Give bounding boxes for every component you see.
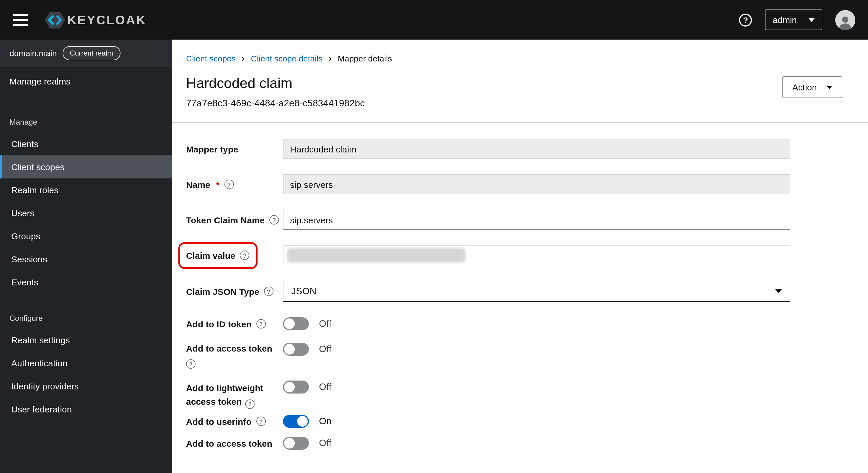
mapper-type-label: Mapper type <box>186 144 238 154</box>
sidebar-item-groups[interactable]: Groups <box>0 225 172 247</box>
breadcrumb-separator-icon <box>242 53 245 63</box>
toggle-state-label: On <box>319 416 332 426</box>
breadcrumb-current: Mapper details <box>338 54 392 63</box>
name-label: Name <box>186 179 210 189</box>
add-to-id-token-toggle[interactable] <box>283 317 309 330</box>
token-claim-name-help-icon[interactable] <box>269 215 279 225</box>
mapper-type-input[interactable] <box>283 139 790 159</box>
add-to-access-token-help-icon[interactable] <box>186 359 195 369</box>
breadcrumb: Client scopes Client scope details Mappe… <box>172 39 868 63</box>
breadcrumb-client-scopes[interactable]: Client scopes <box>186 54 236 63</box>
add-to-id-token-row: Add to ID token Off <box>186 317 854 330</box>
user-menu-label: admin <box>773 15 797 25</box>
sidebar-item-users[interactable]: Users <box>0 202 172 225</box>
keycloak-admin-console: KEYCLOAK admin domain.main Current realm <box>0 0 868 473</box>
claim-json-type-label: Claim JSON Type <box>186 286 259 296</box>
add-to-access-token-bottom-label: Add to access token <box>186 438 272 448</box>
add-to-access-token-bottom-toggle[interactable] <box>283 437 309 450</box>
claim-json-type-select[interactable]: JSON <box>283 281 790 302</box>
realm-selector[interactable]: domain.main Current realm <box>0 39 172 67</box>
sidebar-section-configure: Configure <box>0 294 172 328</box>
top-header-bar: KEYCLOAK admin <box>0 0 868 39</box>
sidebar-item-authentication[interactable]: Authentication <box>0 352 172 375</box>
chevron-down-icon <box>826 85 832 89</box>
action-dropdown-label: Action <box>793 82 817 92</box>
keycloak-logo-icon <box>44 8 66 31</box>
sidebar-item-manage-realms[interactable]: Manage realms <box>0 67 172 95</box>
sidebar-item-identity-providers[interactable]: Identity providers <box>0 375 172 398</box>
realm-name: domain.main <box>9 49 57 58</box>
mapper-type-row: Mapper type <box>186 139 854 159</box>
mapper-id: 77a7e8c3-469c-4484-a2e8-c583441982bc <box>186 98 365 109</box>
claim-json-type-value: JSON <box>291 286 316 296</box>
claim-value-input[interactable] <box>283 245 790 265</box>
add-to-access-token-bottom-row: Add to access token Off <box>186 437 854 450</box>
toggle-state-label: Off <box>319 319 331 329</box>
add-to-access-token-row: Add to access token Off <box>186 339 854 369</box>
add-to-lightweight-access-token-row: Add to lightweight access token Off <box>186 377 854 409</box>
chevron-down-icon <box>775 289 782 293</box>
add-to-lightweight-access-token-toggle[interactable] <box>283 381 309 393</box>
toggle-state-label: Off <box>319 382 331 392</box>
add-to-userinfo-row: Add to userinfo On <box>186 415 854 428</box>
sidebar-item-events[interactable]: Events <box>0 271 172 294</box>
add-to-userinfo-toggle[interactable] <box>283 415 309 428</box>
main-content: Client scopes Client scope details Mappe… <box>172 39 868 473</box>
required-marker: * <box>216 179 220 189</box>
name-input[interactable] <box>283 174 790 195</box>
claim-json-type-row: Claim JSON Type JSON <box>186 281 854 302</box>
token-claim-name-row: Token Claim Name <box>186 210 854 230</box>
token-claim-name-input[interactable] <box>283 210 790 230</box>
current-realm-badge: Current realm <box>63 46 120 60</box>
toggle-state-label: Off <box>319 344 331 355</box>
claim-value-row: Claim value <box>186 245 854 265</box>
add-to-id-token-label: Add to ID token <box>186 319 252 329</box>
add-to-userinfo-label: Add to userinfo <box>186 416 252 426</box>
page-title: Hardcoded claim <box>186 75 365 92</box>
sidebar-nav: domain.main Current realm Manage realms … <box>0 39 172 473</box>
help-icon[interactable] <box>739 13 752 26</box>
claim-value-label: Claim value <box>186 250 236 260</box>
breadcrumb-client-scope-details[interactable]: Client scope details <box>251 54 322 63</box>
sidebar-item-realm-settings[interactable]: Realm settings <box>0 328 172 352</box>
name-help-icon[interactable] <box>224 180 234 189</box>
add-to-access-token-toggle[interactable] <box>283 343 309 356</box>
claim-value-help-icon[interactable] <box>240 250 250 260</box>
sidebar-item-client-scopes[interactable]: Client scopes <box>0 155 172 178</box>
sidebar-item-user-federation[interactable]: User federation <box>0 398 172 421</box>
breadcrumb-separator-icon <box>329 53 332 63</box>
toggle-state-label: Off <box>319 438 331 448</box>
add-to-id-token-help-icon[interactable] <box>256 319 266 328</box>
chevron-down-icon <box>809 18 814 22</box>
hamburger-menu-icon[interactable] <box>13 14 28 26</box>
brand-text: KEYCLOAK <box>67 13 147 27</box>
sidebar-section-manage: Manage <box>0 95 172 132</box>
add-to-userinfo-help-icon[interactable] <box>256 417 266 426</box>
avatar[interactable] <box>835 10 855 30</box>
token-claim-name-label: Token Claim Name <box>186 215 265 225</box>
redacted-value <box>287 248 465 262</box>
claim-json-type-help-icon[interactable] <box>264 287 274 296</box>
sidebar-item-clients[interactable]: Clients <box>0 132 172 155</box>
add-to-lightweight-access-token-help-icon[interactable] <box>245 400 255 409</box>
sidebar-item-realm-roles[interactable]: Realm roles <box>0 178 172 202</box>
keycloak-logo[interactable]: KEYCLOAK <box>44 8 147 31</box>
action-dropdown-button[interactable]: Action <box>782 76 842 98</box>
mapper-details-form: Mapper type Name * <box>172 123 868 459</box>
sidebar-item-sessions[interactable]: Sessions <box>0 247 172 271</box>
user-menu-dropdown[interactable]: admin <box>765 9 822 30</box>
add-to-access-token-label: Add to access token <box>186 343 283 353</box>
name-row: Name * <box>186 174 854 195</box>
